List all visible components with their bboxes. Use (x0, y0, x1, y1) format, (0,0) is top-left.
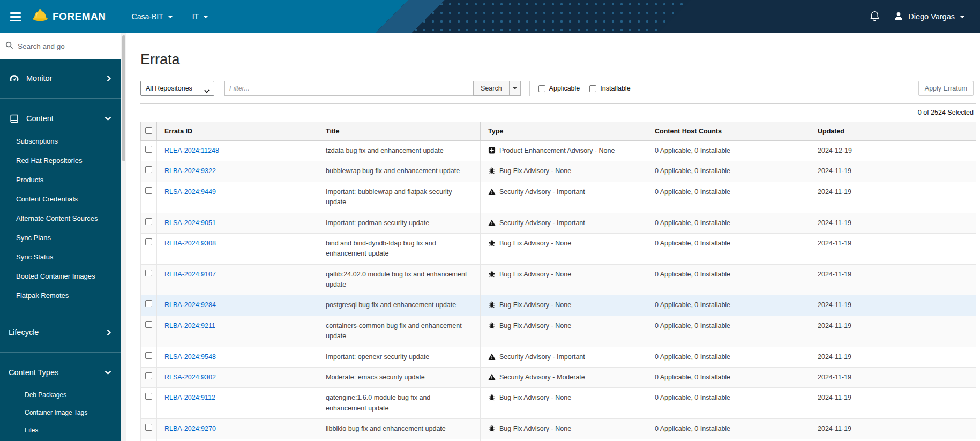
updated-date: 2024-11-19 (810, 295, 976, 316)
organization-menu-label: Casa-BIT (132, 12, 163, 21)
chevron-right-icon (106, 75, 111, 82)
organization-menu[interactable]: Casa-BIT (122, 0, 183, 33)
column-header-content-host-counts: Content Host Counts (647, 122, 810, 141)
row-checkbox[interactable] (145, 372, 152, 379)
erratum-type: Bug Fix Advisory - None (481, 233, 647, 264)
row-checkbox[interactable] (145, 352, 152, 359)
sidebar-scrollbar-thumb[interactable] (122, 35, 125, 161)
warning-icon (488, 353, 496, 360)
table-row: RLBA-2024:9322bubblewrap bug fix and enh… (141, 161, 976, 182)
erratum-title: Important: podman security update (318, 213, 481, 233)
sidebar-subitem-deb-packages[interactable]: Deb Packages (0, 386, 121, 403)
search-options-button[interactable] (510, 81, 521, 96)
user-menu[interactable]: Diego Vargas (894, 11, 965, 23)
erratum-title: libblkio bug fix and enhancement update (318, 419, 481, 439)
sidebar-subitem-products[interactable]: Products (0, 170, 121, 190)
repository-select[interactable]: All Repositories (140, 81, 214, 96)
apply-erratum-button[interactable]: Apply Erratum (918, 81, 974, 96)
erratum-title: bubblewrap bug fix and enhancement updat… (318, 161, 481, 182)
content-host-counts: 0 Applicable, 0 Installable (647, 233, 810, 264)
content-host-counts: 0 Applicable, 0 Installable (647, 316, 810, 347)
applicable-filter[interactable]: Applicable (538, 85, 580, 92)
applicable-label: Applicable (549, 85, 580, 92)
bug-icon (488, 167, 496, 174)
sidebar-subitem-content-credentials[interactable]: Content Credentials (0, 190, 121, 209)
sidebar-subitem-sync-plans[interactable]: Sync Plans (0, 228, 121, 248)
row-checkbox[interactable] (145, 321, 152, 328)
applicable-checkbox[interactable] (538, 85, 545, 92)
sidebar-subitem-sync-status[interactable]: Sync Status (0, 248, 121, 267)
select-all-checkbox[interactable] (145, 127, 152, 134)
installable-checkbox[interactable] (589, 85, 596, 92)
erratum-id-link[interactable]: RLSA-2024:9449 (164, 188, 216, 196)
sidebar-subitem-packages[interactable]: Packages (0, 439, 121, 441)
search-button[interactable]: Search (473, 81, 510, 96)
sidebar-item-monitor[interactable]: Monitor (0, 65, 121, 92)
sidebar-item-label: Lifecycle (9, 328, 39, 337)
erratum-type-label: Bug Fix Advisory - None (499, 167, 571, 175)
erratum-id-link[interactable]: RLSA-2024:9302 (164, 373, 216, 381)
row-checkbox[interactable] (145, 238, 152, 245)
row-checkbox[interactable] (145, 300, 152, 307)
search-icon (5, 41, 13, 51)
row-checkbox[interactable] (145, 218, 152, 225)
erratum-title: qatengine:1.6.0 module bug fix and enhan… (318, 388, 481, 419)
sidebar-subitem-booted-container-images[interactable]: Booted Container Images (0, 267, 121, 286)
erratum-id-link[interactable]: RLEA-2024:11248 (164, 147, 219, 154)
erratum-type: Product Enhancement Advisory - None (481, 141, 647, 161)
erratum-id-link[interactable]: RLBA-2024:9322 (164, 167, 216, 175)
sidebar-item-content[interactable]: Content (0, 105, 121, 132)
column-header-title: Title (318, 122, 481, 141)
table-row: RLBA-2024:9270libblkio bug fix and enhan… (141, 419, 976, 439)
sidebar-subitem-flatpak-remotes[interactable]: Flatpak Remotes (0, 286, 121, 305)
masthead: FOREMAN Casa-BIT IT (0, 0, 980, 33)
location-menu[interactable]: IT (183, 0, 218, 33)
sidebar-subitem-alternate-content-sources[interactable]: Alternate Content Sources (0, 209, 121, 228)
updated-date: 2024-11-19 (810, 182, 976, 213)
sidebar-item-lifecycle[interactable]: Lifecycle (0, 319, 121, 346)
content-host-counts: 0 Applicable, 0 Installable (647, 295, 810, 316)
row-checkbox[interactable] (145, 270, 152, 276)
chevron-down-icon (104, 370, 111, 375)
row-checkbox[interactable] (145, 187, 152, 194)
erratum-type-label: Security Advisory - Important (499, 188, 585, 196)
content-host-counts: 0 Applicable, 0 Installable (647, 264, 810, 295)
sidebar-subitem-subscriptions[interactable]: Subscriptions (0, 132, 121, 151)
sidebar-subitem-red-hat-repositories[interactable]: Red Hat Repositories (0, 151, 121, 170)
sidebar-subitem-files[interactable]: Files (0, 421, 121, 439)
content-host-counts: 0 Applicable, 0 Installable (647, 347, 810, 367)
sidebar: MonitorContentSubscriptionsRed Hat Repos… (0, 33, 121, 441)
erratum-title: Important: openexr security update (318, 347, 481, 367)
erratum-id-link[interactable]: RLSA-2024:9548 (164, 353, 216, 361)
erratum-type: Security Advisory - Important (481, 213, 647, 233)
row-checkbox[interactable] (145, 424, 152, 431)
erratum-id-link[interactable]: RLBA-2024:9270 (164, 425, 216, 432)
erratum-id-link[interactable]: RLBA-2024:9284 (164, 301, 216, 309)
table-header-row: Errata IDTitleTypeContent Host CountsUpd… (141, 122, 976, 141)
row-checkbox[interactable] (145, 166, 152, 173)
erratum-id-link[interactable]: RLBA-2024:9211 (164, 322, 215, 330)
row-checkbox[interactable] (145, 393, 152, 400)
row-checkbox[interactable] (145, 146, 152, 153)
search-input[interactable] (18, 42, 111, 50)
menu-toggle-icon[interactable] (3, 12, 28, 21)
table-row: RLSA-2024:9449Important: bubblewrap and … (141, 182, 976, 213)
notifications-bell-icon[interactable] (870, 10, 880, 24)
sidebar-search[interactable] (0, 33, 121, 59)
sidebar-subitem-container-image-tags[interactable]: Container Image Tags (0, 403, 121, 421)
filter-input[interactable] (224, 81, 473, 96)
erratum-type-label: Bug Fix Advisory - None (499, 301, 571, 309)
installable-filter[interactable]: Installable (589, 85, 630, 92)
brand[interactable]: FOREMAN (32, 9, 106, 24)
erratum-id-link[interactable]: RLBA-2024:9112 (164, 394, 215, 401)
sidebar-scrollbar[interactable] (121, 33, 126, 441)
erratum-type-label: Security Advisory - Important (499, 219, 585, 227)
erratum-id-link[interactable]: RLSA-2024:9051 (164, 219, 216, 227)
sidebar-item-content-types[interactable]: Content Types (0, 359, 121, 386)
content-host-counts: 0 Applicable, 0 Installable (647, 161, 810, 182)
content-host-counts: 0 Applicable, 0 Installable (647, 182, 810, 213)
erratum-id-link[interactable]: RLBA-2024:9308 (164, 240, 216, 247)
erratum-id-link[interactable]: RLBA-2024:9107 (164, 271, 216, 278)
sidebar-item-label: Content Types (9, 368, 58, 377)
location-menu-label: IT (192, 12, 199, 21)
